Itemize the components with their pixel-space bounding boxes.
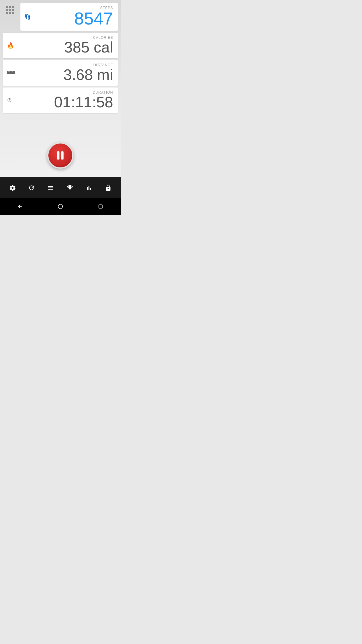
calories-card: 🔥 CALORIES 385 cal [3,33,118,58]
system-bar [0,198,121,215]
footprints-icon: 👣 [24,14,31,20]
steps-card: 👣 STEPS 8547 [20,3,118,31]
gear-icon [9,184,16,191]
flame-icon: 🔥 [7,42,14,49]
chart-nav-item[interactable] [82,181,96,195]
refresh-nav-item[interactable] [24,181,39,195]
bottom-nav [0,177,121,198]
svg-point-6 [58,204,63,209]
trophy-nav-item[interactable] [63,181,77,195]
home-circle-icon [57,204,63,209]
refresh-icon [28,184,35,191]
pause-button-container [3,142,118,177]
bar-chart-icon [85,184,92,191]
svg-rect-3 [11,70,11,72]
pause-button[interactable] [47,142,73,169]
distance-value: 3.68 mi [63,67,113,82]
main-content: 👣 STEPS 8547 🔥 CALORIES 385 cal DISTANCE [0,0,121,177]
lock-nav-item[interactable] [101,181,115,195]
distance-card: DISTANCE 3.68 mi [3,60,118,86]
spacer [3,115,118,141]
svg-rect-1 [8,70,8,72]
home-button[interactable] [55,201,66,212]
recents-square-icon [98,204,103,209]
svg-rect-4 [12,70,13,71]
grid-icon [6,6,14,14]
steps-value: 8547 [74,10,113,27]
list-icon [47,184,54,191]
lock-icon [105,184,112,191]
svg-rect-5 [14,70,14,72]
menu-button[interactable] [4,4,16,16]
calories-value: 385 cal [64,40,113,55]
ruler-icon [7,70,15,76]
svg-rect-7 [99,205,102,208]
recents-button[interactable] [95,201,106,212]
list-nav-item[interactable] [43,181,58,195]
back-icon [17,204,23,209]
stopwatch-icon: ⏱ [7,97,12,104]
back-button[interactable] [15,201,25,212]
trophy-icon [66,184,73,191]
duration-value: 01:11:58 [54,94,113,110]
svg-rect-2 [9,70,10,71]
settings-nav-item[interactable] [5,181,20,195]
pause-icon [57,151,64,160]
duration-card: ⏱ DURATION 01:11:58 [3,88,118,113]
